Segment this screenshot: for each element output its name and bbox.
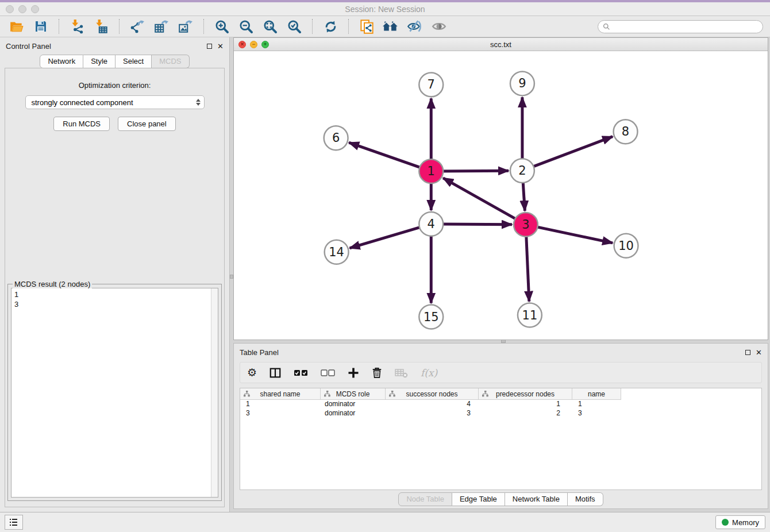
- network-view-window: ✕ − + scc.txt 1234678910111415: [233, 37, 768, 340]
- criterion-select[interactable]: strongly connected component: [25, 95, 205, 109]
- network-graph[interactable]: 1234678910111415: [234, 51, 768, 340]
- show-graphics-icon[interactable]: [429, 18, 449, 35]
- toolbar-separator: [203, 19, 204, 34]
- memory-button[interactable]: Memory: [715, 515, 765, 529]
- node-label: 2: [518, 164, 526, 178]
- column-header-predecessor-nodes[interactable]: predecessor nodes: [479, 388, 572, 400]
- table-header-row: shared name MCDS role successor nodes: [240, 388, 761, 400]
- tab-network[interactable]: Network: [40, 55, 83, 68]
- clone-network-icon[interactable]: [356, 18, 377, 35]
- toolbar-separator: [312, 19, 313, 34]
- show-column-icon[interactable]: [269, 365, 282, 380]
- edge-1-6[interactable]: [349, 142, 431, 171]
- zoom-out-icon[interactable]: [236, 18, 256, 35]
- node-label: 14: [329, 245, 344, 259]
- mcds-result-list: 1 3: [11, 288, 211, 497]
- table-row[interactable]: 3 dominator 3 2 3: [240, 409, 761, 418]
- table-panel-title: Table Panel: [240, 348, 279, 357]
- edge-3-1[interactable]: [443, 178, 526, 225]
- float-panel-icon[interactable]: [207, 44, 212, 49]
- splitter-grip[interactable]: [501, 340, 506, 343]
- export-network-icon[interactable]: [127, 18, 148, 35]
- close-panel-button[interactable]: Close panel: [118, 117, 176, 131]
- column-type-icon: [389, 391, 395, 397]
- mcds-result-title: MCDS result (2 nodes): [13, 280, 92, 288]
- memory-label: Memory: [732, 518, 759, 527]
- tab-select[interactable]: Select: [116, 55, 152, 68]
- float-panel-icon[interactable]: [745, 350, 750, 355]
- tab-mcds[interactable]: MCDS: [152, 55, 189, 68]
- mcds-result-box: MCDS result (2 nodes) 1 3: [7, 284, 222, 501]
- close-panel-icon[interactable]: ✕: [756, 349, 762, 356]
- tab-node-table[interactable]: Node Table: [398, 492, 452, 506]
- node-label: 3: [522, 218, 529, 232]
- optimization-criterion-label: Optimization criterion:: [5, 81, 224, 90]
- tab-network-table[interactable]: Network Table: [505, 492, 568, 506]
- node-label: 6: [332, 131, 340, 145]
- tab-motifs[interactable]: Motifs: [568, 492, 603, 506]
- edge-2-8[interactable]: [522, 137, 613, 171]
- zoom-fit-icon[interactable]: [260, 18, 280, 35]
- tab-edge-table[interactable]: Edge Table: [452, 492, 505, 506]
- table-toolbar: ⚙: [240, 362, 762, 383]
- destroy-table-icon[interactable]: [395, 365, 409, 380]
- node-label: 1: [428, 164, 435, 178]
- column-header-successor-nodes[interactable]: successor nodes: [386, 388, 479, 400]
- import-network-icon[interactable]: [67, 18, 87, 35]
- save-session-icon[interactable]: [30, 18, 51, 35]
- search-icon: [603, 23, 610, 30]
- horizontal-splitter[interactable]: [233, 340, 768, 343]
- deselect-all-icon[interactable]: [321, 365, 336, 380]
- hide-graphics-icon[interactable]: [405, 18, 425, 35]
- search-input[interactable]: [613, 22, 758, 30]
- control-panel-title: Control Panel: [6, 42, 51, 51]
- window-title: Session: New Session: [0, 5, 770, 14]
- equation-builder-icon[interactable]: f(x): [421, 365, 437, 380]
- run-mcds-button[interactable]: Run MCDS: [53, 117, 110, 131]
- select-stepper-icon: [196, 99, 201, 106]
- cell-successor-nodes: 3: [386, 409, 479, 418]
- cell-predecessor-nodes: 1: [479, 400, 572, 409]
- tab-style[interactable]: Style: [83, 55, 116, 68]
- import-table-icon[interactable]: [91, 18, 111, 35]
- export-image-icon[interactable]: [175, 18, 196, 35]
- right-column: ✕ − + scc.txt 1234678910111415 Table Pan…: [233, 37, 770, 512]
- criterion-selected-value: strongly connected component: [32, 98, 196, 107]
- zoom-in-icon[interactable]: [211, 18, 232, 35]
- splitter-grip[interactable]: [230, 275, 233, 279]
- application-window: Session: New Session: [0, 0, 770, 532]
- search-field[interactable]: [598, 20, 763, 33]
- network-canvas[interactable]: 1234678910111415: [234, 51, 768, 340]
- title-bar: Session: New Session: [0, 0, 770, 16]
- column-header-mcds-role[interactable]: MCDS role: [321, 388, 386, 400]
- node-label: 4: [428, 217, 435, 231]
- control-panel-header: Control Panel ✕: [0, 37, 229, 55]
- mcds-tab-content: Optimization criterion: strongly connect…: [5, 68, 225, 507]
- table-options-icon[interactable]: ⚙: [247, 365, 257, 380]
- table-panel: Table Panel ✕ ⚙: [233, 343, 768, 509]
- mcds-result-value: 3: [14, 299, 208, 309]
- task-history-button[interactable]: [5, 515, 23, 530]
- export-table-icon[interactable]: [151, 18, 172, 35]
- column-header-shared-name[interactable]: shared name: [240, 388, 321, 400]
- table-row[interactable]: 1 dominator 4 1 1: [240, 400, 761, 409]
- open-session-icon[interactable]: [6, 18, 27, 35]
- cell-mcds-role: dominator: [321, 409, 386, 418]
- vertical-splitter[interactable]: [230, 37, 233, 512]
- cell-shared-name: 3: [240, 409, 321, 418]
- select-all-icon[interactable]: [294, 365, 309, 380]
- cell-mcds-role: dominator: [321, 400, 386, 409]
- close-panel-icon[interactable]: ✕: [217, 43, 224, 50]
- edge-3-10[interactable]: [526, 225, 613, 243]
- cell-predecessor-nodes: 2: [479, 409, 572, 418]
- status-bar: Memory: [0, 512, 770, 532]
- table-tabs: Node Table Edge Table Network Table Moti…: [234, 490, 768, 508]
- refresh-layout-icon[interactable]: [320, 18, 341, 35]
- delete-column-icon[interactable]: [371, 365, 383, 380]
- zoom-selected-icon[interactable]: [284, 18, 305, 35]
- node-label: 15: [424, 310, 439, 324]
- add-column-icon[interactable]: [348, 365, 359, 380]
- column-header-name[interactable]: name: [572, 388, 621, 400]
- home-icon[interactable]: [380, 18, 401, 35]
- result-scrollbar[interactable]: [211, 288, 218, 497]
